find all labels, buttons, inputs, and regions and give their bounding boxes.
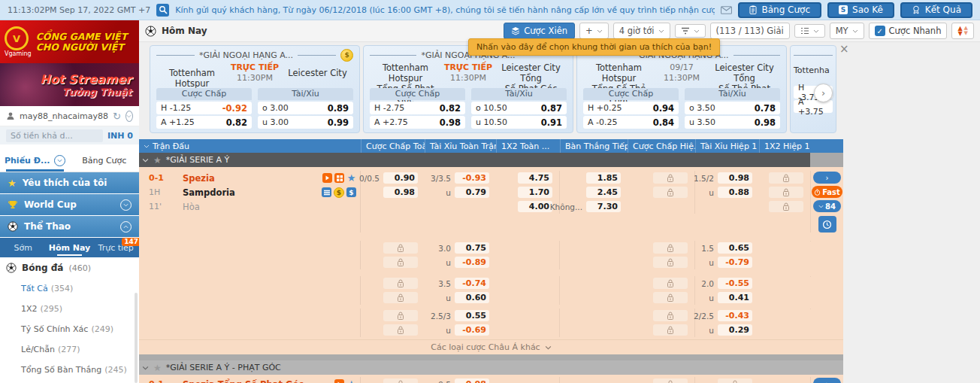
sidebar-category[interactable]: Lẻ/Chẵn(277) (0, 339, 139, 360)
close-icon[interactable]: × (839, 44, 849, 54)
bet-list-button[interactable]: Bảng Cược (738, 2, 821, 18)
home-team-name[interactable]: Spezia Tổng Số Phạt Góc (183, 379, 304, 383)
odds-ou1-button[interactable]: -0.55 (718, 278, 752, 289)
chevron-down-icon[interactable] (126, 111, 133, 122)
sidebar-item-sports[interactable]: Thể Thao (0, 216, 139, 237)
coin-icon[interactable]: $ (334, 187, 344, 198)
favorite-star-icon[interactable]: ★ (153, 155, 162, 166)
league-section-header[interactable]: ★ *GIẢI SERIE A Ý - PHẠT GÓC (139, 360, 843, 375)
expand-match-button[interactable]: › (813, 378, 841, 383)
promo-banner-streamer[interactable]: Hot Streamer Tưởng Thuật (0, 63, 139, 106)
odds-row[interactable]: o 3.000.89 (258, 102, 353, 114)
odds-ou1-button[interactable]: 0.88 (718, 187, 752, 198)
odds-row[interactable]: u 3.500.98 (685, 116, 780, 129)
odds-row[interactable]: H -1.25-0.92 (156, 102, 252, 114)
odds-row[interactable]: H -2.750.82 (370, 102, 465, 114)
odds-ou1-button[interactable]: 0.29 (718, 324, 752, 336)
sidebar-category[interactable]: Tỷ Số Chính Xác(249) (0, 319, 139, 339)
odds-row[interactable]: A +1.250.82 (156, 116, 252, 129)
search-icon[interactable] (156, 4, 169, 17)
expand-match-button[interactable]: › (813, 172, 841, 184)
stats-icon[interactable] (334, 173, 344, 183)
odds-ou-button[interactable]: 0.75 (455, 242, 489, 254)
sidebar-category[interactable]: Hiệp 1/Toàn Trận(196) (0, 380, 139, 383)
odds-hc-button[interactable]: 0.98 (383, 187, 418, 198)
odds-ou1-button[interactable]: 0.65 (718, 242, 752, 254)
parlay-button[interactable]: Cược Xiên (504, 23, 575, 39)
odds-ou-button[interactable]: -0.89 (455, 257, 489, 268)
odds-sort-button[interactable]: ▲▼ ▲▼ (951, 23, 974, 39)
announcement-ticker[interactable]: Kính gửi quý khách hàng, Từ ngày 06/12/2… (175, 5, 715, 15)
subtab-today[interactable]: Hôm Nay (47, 238, 93, 257)
next-cards-arrow[interactable]: › (814, 84, 833, 102)
odds-row[interactable]: A +2.750.98 (370, 116, 465, 129)
odds-row[interactable]: u 10.500.91 (471, 116, 567, 129)
play-icon[interactable] (334, 379, 344, 383)
fast-bet-button[interactable]: Fast (812, 186, 842, 198)
more-asian-bets-button[interactable]: Các loại cược Châu Á khác (139, 339, 843, 354)
collapse-icon[interactable] (142, 158, 149, 163)
horizontal-scrollbar[interactable] (139, 354, 843, 360)
odds-hc-button[interactable]: 0.90 (383, 172, 418, 184)
refresh-icon[interactable]: ↻ (113, 111, 121, 122)
sidebar-category[interactable]: Tất Cả(354) (0, 278, 139, 299)
tab-bet-slip[interactable]: Phiếu Đ... (0, 149, 70, 172)
odds-row[interactable]: A +3.75 (794, 100, 833, 113)
sort-filter-dropdown[interactable] (675, 24, 706, 38)
odds-row[interactable]: o 3.500.78 (685, 102, 780, 114)
time-range-dropdown[interactable]: 4 giờ tới (613, 23, 670, 39)
tab-bet-list[interactable]: Bảng Cược (70, 149, 140, 172)
favorite-star-icon[interactable]: ★ (153, 363, 162, 373)
star-icon[interactable]: ★ (346, 379, 356, 383)
odds-ou1-button[interactable]: -0.43 (718, 310, 752, 321)
home-team-name[interactable]: Spezia (183, 173, 215, 184)
league-section-header[interactable]: ★ *GIẢI SERIE A Ý (139, 153, 843, 167)
odds-ou-button[interactable]: 0.55 (455, 310, 489, 321)
sidebar-category[interactable]: Tổng Số Bàn Thắng(245) (0, 360, 139, 380)
sidebar-item-favorites[interactable]: ★ Yêu thích của tôi (0, 172, 139, 193)
draw-option[interactable]: Hòa (183, 202, 200, 212)
odds-row[interactable]: A -0.250.84 (583, 116, 679, 129)
odds-ou-button[interactable]: 0.79 (455, 187, 489, 198)
mail-icon[interactable] (721, 6, 732, 14)
odds-ou-button[interactable]: -0.74 (455, 278, 489, 289)
odds-ng-button[interactable]: 7.30 (586, 201, 621, 212)
odds-ou1-button[interactable]: 0.41 (718, 292, 752, 303)
odds-ou1-button[interactable]: -0.79 (718, 257, 752, 268)
quick-bet-toggle[interactable]: ✓ Cược Nhanh (869, 23, 948, 39)
subtab-early[interactable]: Sớm (0, 238, 47, 257)
odds-ng-button[interactable]: 2.45 (586, 187, 621, 198)
odds-row[interactable]: o 10.500.87 (471, 102, 567, 114)
odds-x12-button[interactable]: 1.70 (518, 187, 552, 198)
odds-ou-button[interactable]: -0.93 (455, 172, 489, 184)
away-team-name[interactable]: Sampdoria (183, 187, 235, 198)
statement-button[interactable]: S Sao Kê (827, 2, 894, 18)
results-button[interactable]: Kết Quả (900, 2, 972, 18)
dollar-icon[interactable]: $ (346, 187, 356, 197)
star-icon[interactable]: ★ (346, 173, 356, 183)
odds-ng-button[interactable]: 1.85 (586, 172, 621, 184)
more-bets-count-button[interactable]: 84 (813, 200, 841, 212)
add-filter-button[interactable]: + (579, 23, 609, 39)
odds-ou-button[interactable]: -0.98 (455, 378, 489, 383)
odds-ou1-button[interactable]: 0.98 (718, 172, 752, 184)
promo-banner-vgaming[interactable]: V Vgaming CỔNG GAME VIỆT CHO NGƯỜI VIỆT (0, 20, 139, 63)
sidebar-item-worldcup[interactable]: World Cup (0, 194, 139, 215)
odds-x12-button[interactable]: 4.00 (518, 201, 552, 212)
subtab-live[interactable]: Trực tiếp 147 (92, 238, 139, 257)
bet-history-button[interactable] (818, 216, 836, 233)
sport-football[interactable]: Bóng đá (460) (0, 257, 139, 278)
odds-row[interactable]: H +0.250.94 (583, 102, 679, 114)
sidebar-scrollbar[interactable] (135, 293, 138, 383)
odds-format-dropdown[interactable]: MY (830, 23, 864, 39)
odds-row[interactable]: u 3.000.99 (258, 116, 353, 129)
odds-x12-button[interactable]: 4.75 (518, 172, 552, 184)
play-icon[interactable] (322, 173, 332, 183)
league-count-button[interactable]: (113 / 113) Giải (710, 23, 790, 39)
odds-ou-button[interactable]: -0.69 (455, 324, 489, 336)
parlay-icon[interactable] (322, 187, 331, 197)
odds-ou-button[interactable]: 0.60 (455, 292, 489, 303)
sidebar-category[interactable]: 1X2(295) (0, 299, 139, 319)
view-mode-dropdown[interactable] (794, 24, 825, 38)
collapse-icon[interactable] (142, 366, 149, 370)
